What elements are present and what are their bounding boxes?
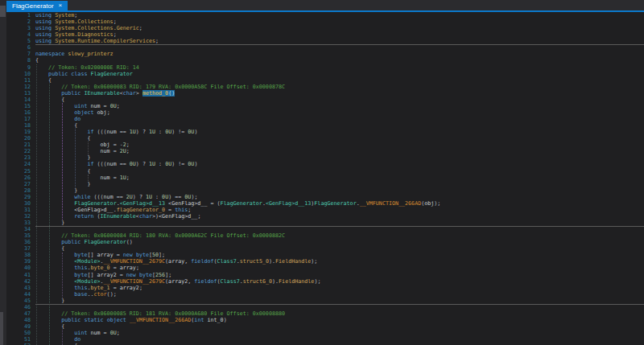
- tab-title: FlagGenerator: [12, 2, 54, 10]
- tab-close-icon[interactable]: ×: [59, 2, 63, 9]
- line-number: 8: [6, 57, 31, 64]
- code-text: using System.Diagnostics;: [35, 31, 117, 38]
- code-text: public class FlagGenerator: [35, 71, 133, 77]
- code-line[interactable]: 13 public IEnumerable<char> method_0(): [6, 90, 644, 97]
- line-number: 28: [6, 187, 31, 194]
- code-line[interactable]: 20 {: [6, 135, 644, 142]
- code-line[interactable]: 21 obj = -2;: [6, 142, 644, 148]
- line-number: 12: [6, 84, 31, 90]
- line-number: 44: [6, 291, 31, 298]
- code-text: byte[] array = new byte[50];: [35, 252, 165, 258]
- code-line[interactable]: 3using System.Collections.Generic;: [6, 25, 644, 31]
- code-line[interactable]: 8{: [6, 57, 644, 64]
- code-line[interactable]: 16 object obj;: [6, 109, 644, 116]
- line-number: 18: [6, 122, 31, 129]
- code-line[interactable]: 39 <Module>.__VMFUNCTION__2679C(array, f…: [6, 258, 644, 265]
- code-line[interactable]: 2using System.Collections;: [6, 18, 644, 25]
- line-number: 35: [6, 232, 31, 239]
- code-line[interactable]: 22 num = 2U;: [6, 148, 644, 154]
- line-number: 36: [6, 239, 31, 245]
- code-text: num = 1U;: [35, 175, 130, 181]
- code-line[interactable]: 29 while (((num == 2U) ? 1U : 0U) == 0U)…: [6, 194, 644, 200]
- code-line[interactable]: 43 this.byte_1 = array2;: [6, 285, 644, 291]
- code-line[interactable]: 34: [6, 226, 644, 232]
- code-line[interactable]: 14 {: [6, 97, 644, 103]
- code-line[interactable]: 23 }: [6, 154, 644, 161]
- code-line[interactable]: 49 {: [6, 323, 644, 330]
- line-number: 24: [6, 161, 31, 167]
- code-line[interactable]: 26 num = 1U;: [6, 175, 644, 181]
- line-number: 5: [6, 38, 31, 44]
- left-panel-bottom-block: [0, 312, 3, 345]
- code-line[interactable]: 18 {: [6, 122, 644, 129]
- code-line[interactable]: 31 <GenFlag>d__.flagGenerator_0 = this;: [6, 207, 644, 213]
- tab-flaggenerator[interactable]: FlagGenerator ×: [6, 1, 68, 10]
- code-line[interactable]: 24 if (((num == 0U) ? 1U : 0U) != 0U): [6, 161, 644, 167]
- code-line[interactable]: 48 public static object __VMFUNCTION__26…: [6, 317, 644, 323]
- code-text: this.byte_0 = array;: [35, 265, 139, 271]
- code-line[interactable]: 41 byte[] array2 = new byte[256];: [6, 272, 644, 278]
- code-line[interactable]: 42 <Module>.__VMFUNCTION__2679C(array2, …: [6, 278, 644, 285]
- code-text: }: [35, 154, 90, 161]
- line-number: 51: [6, 336, 31, 343]
- line-number: 22: [6, 148, 31, 154]
- code-line[interactable]: 11 {: [6, 77, 644, 84]
- code-text: using System.Collections;: [35, 18, 117, 25]
- line-number: 7: [6, 51, 31, 57]
- line-number: 46: [6, 304, 31, 310]
- code-line[interactable]: 51 do: [6, 336, 644, 343]
- line-number: 1: [6, 12, 31, 18]
- code-line[interactable]: 27 }: [6, 181, 644, 187]
- code-line[interactable]: 50 uint num = 0U;: [6, 330, 644, 336]
- code-line[interactable]: 30 FlagGenerator.<GenFlag>d__13 <GenFlag…: [6, 200, 644, 207]
- left-panel-scroll-thumb[interactable]: [0, 6, 6, 17]
- line-number: 25: [6, 168, 31, 175]
- code-line[interactable]: 5using System.Runtime.CompilerServices;: [6, 38, 644, 44]
- code-line[interactable]: 4using System.Diagnostics;: [6, 31, 644, 38]
- code-line[interactable]: 17 do: [6, 116, 644, 122]
- code-line[interactable]: 40 this.byte_0 = array;: [6, 265, 644, 271]
- line-number: 4: [6, 31, 31, 38]
- code-text: }: [35, 187, 77, 194]
- code-line[interactable]: 35 // Token: 0x06000084 RID: 180 RVA: 0x…: [6, 232, 644, 239]
- line-number: 37: [6, 245, 31, 252]
- code-line[interactable]: 46: [6, 304, 644, 310]
- code-line[interactable]: 32 return (IEnumerable<char>)<GenFlag>d_…: [6, 213, 644, 220]
- code-line[interactable]: 33 }: [6, 220, 644, 226]
- line-number: 16: [6, 109, 31, 116]
- selected-symbol-highlight[interactable]: method_0: [142, 90, 168, 97]
- code-text: {: [35, 122, 77, 129]
- code-text: namespace slowy_printerz: [35, 51, 114, 57]
- code-line[interactable]: 45 }: [6, 298, 644, 304]
- line-number: 10: [6, 71, 31, 77]
- code-line[interactable]: 9 // Token: 0x0200000E RID: 14: [6, 64, 644, 71]
- line-number: 14: [6, 97, 31, 103]
- code-editor[interactable]: 1using System;2using System.Collections;…: [6, 12, 644, 345]
- line-number: 3: [6, 25, 31, 31]
- line-number: 45: [6, 298, 31, 304]
- code-line[interactable]: 38 byte[] array = new byte[50];: [6, 252, 644, 258]
- line-number: 21: [6, 142, 31, 148]
- code-text: return (IEnumerable<char>)<GenFlag>d__;: [35, 213, 200, 220]
- code-line[interactable]: 7namespace slowy_printerz: [6, 51, 644, 57]
- code-line[interactable]: 6: [6, 44, 644, 51]
- code-line[interactable]: 44 base..ctor();: [6, 291, 644, 298]
- code-line[interactable]: 15 uint num = 0U;: [6, 103, 644, 109]
- code-line[interactable]: 36 public FlagGenerator(): [6, 239, 644, 245]
- code-text: {: [35, 97, 64, 103]
- code-text: // Token: 0x06000084 RID: 180 RVA: 0x000…: [35, 232, 285, 239]
- code-text: {: [35, 168, 90, 175]
- code-line[interactable]: 12 // Token: 0x06000083 RID: 179 RVA: 0x…: [6, 84, 644, 90]
- code-line[interactable]: 25 {: [6, 168, 644, 175]
- code-line[interactable]: 37 {: [6, 245, 644, 252]
- line-number: 11: [6, 77, 31, 84]
- line-number: 2: [6, 18, 31, 25]
- code-line[interactable]: 1using System;: [6, 12, 644, 18]
- code-line[interactable]: 47 // Token: 0x06000085 RID: 181 RVA: 0x…: [6, 310, 644, 317]
- code-text: }: [35, 298, 64, 304]
- code-text: while (((num == 2U) ? 1U : 0U) == 0U);: [35, 194, 197, 200]
- code-text: public FlagGenerator(): [35, 239, 133, 245]
- code-line[interactable]: 19 if (((num == 1U) ? 1U : 0U) != 0U): [6, 129, 644, 135]
- code-line[interactable]: 10 public class FlagGenerator: [6, 71, 644, 77]
- code-line[interactable]: 28 }: [6, 187, 644, 194]
